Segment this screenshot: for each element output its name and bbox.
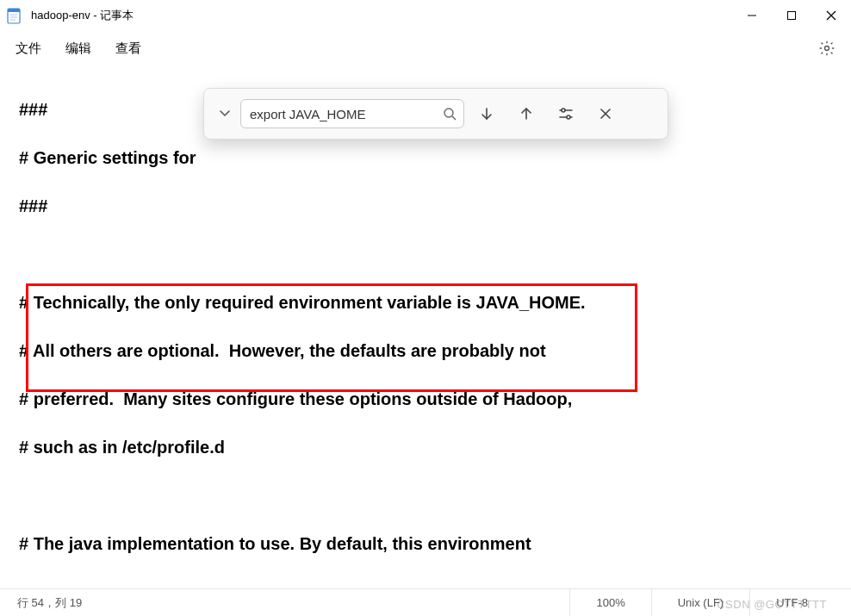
settings-button[interactable] — [818, 40, 835, 57]
minimize-button[interactable] — [732, 0, 772, 31]
window-title: hadoop-env - 记事本 — [31, 8, 732, 23]
svg-point-9 — [825, 47, 829, 51]
notepad-icon — [7, 7, 21, 24]
editor-line: # preferred. Many sites configure these … — [19, 387, 851, 411]
find-input-wrap — [240, 99, 464, 128]
svg-line-11 — [452, 116, 456, 120]
menu-file[interactable]: 文件 — [16, 40, 41, 57]
status-zoom: 100% — [569, 589, 650, 616]
editor-line: # variable is REQUIRED on ALL platforms … — [19, 580, 851, 585]
statusbar: 行 54，列 19 100% Unix (LF) UTF-8 — [0, 588, 851, 616]
find-input[interactable] — [240, 99, 464, 128]
editor-line: ### — [19, 194, 851, 218]
text-editor[interactable]: ### # Generic settings for ### # Technic… — [19, 73, 851, 585]
search-icon[interactable] — [442, 106, 457, 121]
menubar: 文件 编辑 查看 — [0, 31, 851, 65]
find-expand-toggle[interactable] — [214, 103, 235, 124]
find-next-button[interactable] — [469, 96, 504, 131]
close-button[interactable] — [811, 0, 851, 31]
editor-line: # All others are optional. However, the … — [19, 339, 851, 363]
status-eol: Unix (LF) — [651, 589, 749, 616]
window-controls — [732, 0, 851, 31]
svg-rect-6 — [788, 12, 796, 20]
status-encoding: UTF-8 — [749, 589, 834, 616]
find-bar — [203, 88, 668, 140]
svg-rect-1 — [8, 9, 20, 12]
menu-edit[interactable]: 编辑 — [65, 40, 91, 57]
svg-point-17 — [567, 115, 570, 119]
svg-point-15 — [562, 109, 565, 112]
svg-point-10 — [444, 109, 453, 117]
titlebar: hadoop-env - 记事本 — [0, 0, 851, 31]
editor-line: # Technically, the only required environ… — [19, 290, 851, 314]
find-close-button[interactable] — [588, 96, 623, 131]
editor-line: # The java implementation to use. By def… — [19, 532, 851, 556]
maximize-button[interactable] — [772, 0, 811, 31]
editor-line — [19, 483, 851, 507]
status-pos: 行 54，列 19 — [17, 595, 569, 611]
find-options-button[interactable] — [549, 96, 583, 131]
editor-line: # such as in /etc/profile.d — [19, 435, 851, 459]
find-prev-button[interactable] — [509, 96, 544, 131]
menu-view[interactable]: 查看 — [115, 40, 141, 57]
editor-line: # Generic settings for — [19, 146, 851, 170]
editor-line — [19, 242, 851, 266]
